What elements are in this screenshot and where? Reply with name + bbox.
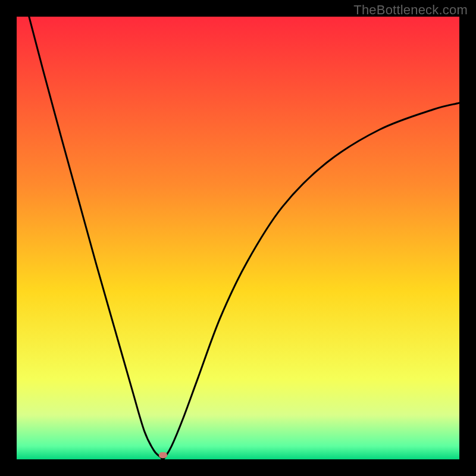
- optimum-marker: [159, 452, 167, 458]
- watermark-text: TheBottleneck.com: [353, 2, 468, 18]
- chart-background: [17, 17, 459, 459]
- chart-canvas: [17, 17, 459, 459]
- chart-frame: TheBottleneck.com: [0, 0, 476, 476]
